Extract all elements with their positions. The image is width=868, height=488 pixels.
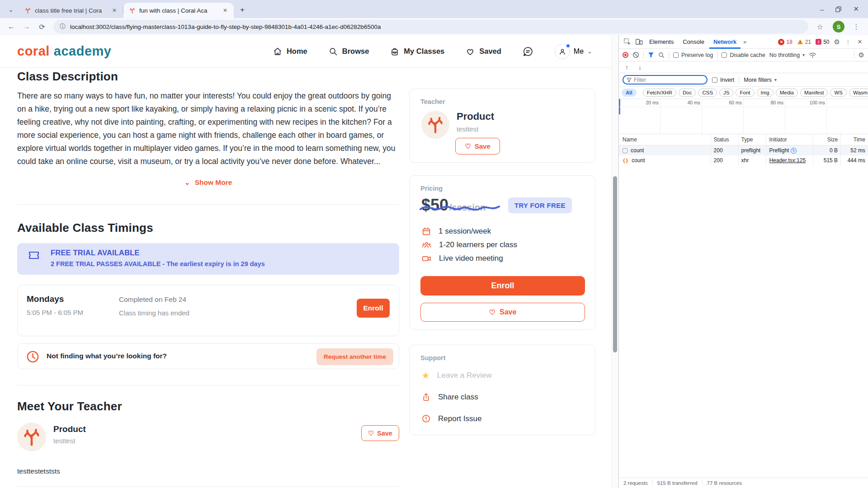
nav-browse[interactable]: Browse (328, 47, 369, 56)
nav-my-classes[interactable]: My Classes (390, 47, 444, 56)
more-filters-dropdown[interactable]: More filters ▾ (744, 77, 777, 83)
column-header-initiator[interactable]: Initiator (766, 134, 813, 145)
column-header-status[interactable]: Status (711, 134, 739, 145)
leave-review-item[interactable]: ★ Leave a Review (421, 370, 492, 381)
tab-elements[interactable]: Elements (645, 35, 678, 49)
messages-button[interactable] (522, 46, 534, 57)
caret-down-icon: ▾ (774, 77, 777, 82)
throttling-dropdown[interactable]: No throttling ▾ (769, 52, 805, 58)
error-badge[interactable]: ✕ 18 (778, 39, 792, 45)
disable-cache-checkbox[interactable]: Disable cache (722, 52, 765, 58)
class-description-title: Class Description (17, 70, 399, 84)
teacher-name[interactable]: Product (53, 424, 86, 434)
show-more-button[interactable]: ⌄ Show More (17, 178, 399, 187)
search-network-icon[interactable] (658, 52, 665, 58)
minimize-button[interactable]: – (820, 5, 824, 13)
enroll-button[interactable]: Enroll (357, 299, 390, 318)
new-tab-button[interactable]: + (236, 4, 248, 16)
filter-chip-media[interactable]: Media (776, 89, 798, 97)
network-request-row[interactable]: {} count 200 xhr Header.tsx:125 515 B 44… (619, 155, 868, 165)
warning-badge[interactable]: 21 (797, 39, 811, 45)
save-teacher-button[interactable]: ♡ Save (361, 425, 399, 441)
devtools-settings-icon[interactable]: ⚙ (834, 38, 840, 46)
filter-chip-doc[interactable]: Doc (679, 89, 696, 97)
column-header-size[interactable]: Size (813, 134, 841, 145)
url-text[interactable]: localhost:3002/class/flying-masterclass-… (70, 23, 381, 30)
column-header-name[interactable]: Name (619, 134, 711, 145)
filter-chip-wasm[interactable]: Wasm (849, 89, 868, 97)
filter-chip-fetchxhr[interactable]: Fetch/XHR (643, 89, 676, 97)
column-header-time[interactable]: Time (841, 134, 868, 145)
network-request-row[interactable]: count 200 preflight Preflight ↻ 0 B 52 m… (619, 145, 868, 155)
scrollbar-thumb[interactable] (613, 176, 617, 352)
maximize-button[interactable] (835, 6, 841, 12)
address-bar[interactable]: ⓘ localhost:3002/class/flying-masterclas… (53, 20, 808, 33)
back-button[interactable]: ← (5, 20, 18, 33)
devtools-panel: Elements Console Network » ✕ 18 21 ! 50 … (618, 35, 868, 488)
network-conditions-icon[interactable] (809, 52, 816, 58)
teacher-bio: testtestetststs (17, 467, 399, 475)
column-header-type[interactable]: Type (739, 134, 767, 145)
export-har-icon[interactable]: ↓ (638, 64, 642, 71)
filter-icon[interactable] (648, 52, 654, 58)
enroll-button[interactable]: Enroll (420, 276, 585, 296)
tab-close-icon[interactable]: ✕ (110, 6, 118, 14)
site-info-icon[interactable]: ⓘ (60, 23, 66, 31)
nav-my-classes-label: My Classes (404, 47, 444, 56)
invert-checkbox[interactable]: Invert (712, 77, 734, 83)
filter-chip-ws[interactable]: WS (830, 89, 847, 97)
share-class-item[interactable]: Share class (421, 392, 478, 402)
device-toolbar-icon[interactable] (633, 37, 644, 47)
inspect-element-icon[interactable] (622, 37, 632, 47)
filter-chip-manifest[interactable]: Manifest (800, 89, 828, 97)
save-class-button[interactable]: ♡ Save (420, 303, 585, 322)
close-window-button[interactable]: ✕ (853, 5, 859, 13)
filter-chip-font[interactable]: Font (736, 89, 754, 97)
teacher-card-name[interactable]: Product (457, 111, 494, 122)
tab-network[interactable]: Network (709, 35, 741, 49)
more-tabs-icon[interactable]: » (741, 39, 748, 45)
filter-chip-all[interactable]: All (622, 89, 637, 97)
preserve-log-checkbox[interactable]: Preserve log (673, 52, 713, 58)
nav-home[interactable]: Home (273, 47, 307, 56)
filter-input[interactable] (634, 77, 693, 83)
request-initiator-link[interactable]: Header.tsx:125 (769, 157, 806, 164)
filter-input-box[interactable] (623, 75, 708, 84)
teacher-avatar[interactable] (421, 111, 449, 139)
request-initiator-cell: Header.tsx:125 (766, 155, 813, 165)
browser-tab-2-active[interactable]: fun with class | Coral Aca ✕ (123, 3, 234, 18)
teacher-avatar[interactable] (17, 422, 46, 451)
tab-console[interactable]: Console (679, 35, 708, 49)
report-issue-item[interactable]: Report Issue (421, 414, 481, 423)
page-scrollbar[interactable] (611, 35, 618, 488)
clear-network-log-icon[interactable] (632, 52, 639, 58)
browser-menu-icon[interactable]: ⋮ (851, 21, 862, 32)
devtools-menu-icon[interactable]: ⋮ (844, 37, 852, 47)
filter-chip-js[interactable]: JS (719, 89, 733, 97)
save-teacher-button[interactable]: ♡ Save (455, 138, 500, 155)
network-settings-icon[interactable]: ⚙ (859, 51, 864, 59)
timeline-col (827, 99, 868, 134)
tab-search-button[interactable]: ⌄ (5, 3, 17, 16)
record-network-log-icon[interactable] (623, 52, 628, 58)
save-label: Save (377, 430, 392, 437)
network-overview-timeline[interactable]: 20 ms 40 ms 60 ms 80 ms 100 ms (619, 99, 868, 134)
browser-tab-1[interactable]: class title free trial | Cora ✕ (19, 3, 123, 18)
share-icon (421, 392, 431, 402)
nav-me[interactable]: Me ⌄ (555, 44, 592, 59)
devtools-close-icon[interactable]: ✕ (856, 37, 863, 47)
filter-chip-css[interactable]: CSS (698, 89, 717, 97)
tab-close-icon[interactable]: ✕ (221, 6, 229, 14)
nav-saved[interactable]: Saved (465, 47, 501, 56)
reload-button[interactable]: ⟳ (35, 20, 49, 33)
coral-academy-logo[interactable]: coral academy (17, 44, 111, 59)
checkbox-icon (673, 52, 679, 58)
browser-profile-avatar[interactable]: S (833, 21, 844, 33)
issues-badge[interactable]: ! 50 (816, 39, 829, 45)
bookmark-star-icon[interactable]: ☆ (814, 20, 826, 33)
forward-button[interactable]: → (20, 20, 33, 33)
filter-chip-img[interactable]: Img (757, 89, 774, 97)
request-another-time-button[interactable]: Request another time (316, 348, 393, 365)
import-har-icon[interactable]: ↑ (625, 64, 628, 71)
share-class-label: Share class (438, 393, 478, 402)
